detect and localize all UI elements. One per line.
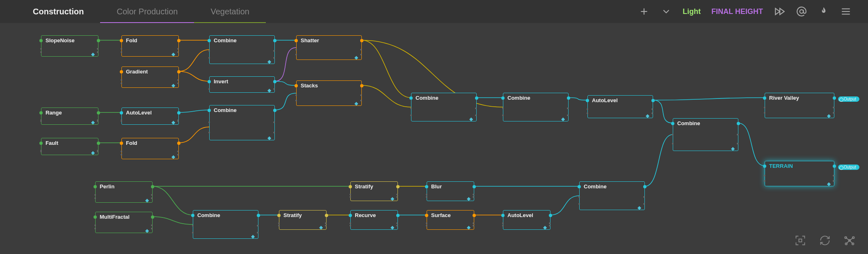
output-port[interactable] [273, 80, 276, 83]
node-terrain[interactable]: TERRAIN◆Output [765, 161, 834, 186]
output-port[interactable] [97, 142, 100, 145]
tab-construction[interactable]: Construction [16, 0, 100, 23]
bookmark-icon[interactable]: ◆ [319, 224, 323, 230]
output-port[interactable] [325, 214, 328, 217]
node-autolevel_b[interactable]: AutoLevel◆ [503, 210, 550, 230]
bookmark-icon[interactable]: ◆ [827, 113, 831, 119]
bookmark-icon[interactable]: ◆ [145, 197, 149, 203]
output-port[interactable] [360, 39, 363, 42]
node-autolevel_c[interactable]: AutoLevel◆ [587, 95, 653, 118]
output-port[interactable] [177, 142, 180, 145]
output-port[interactable] [257, 214, 260, 217]
bookmark-icon[interactable]: ◆ [91, 51, 95, 57]
input-port[interactable] [208, 39, 211, 42]
output-port[interactable] [177, 111, 180, 114]
bookmark-icon[interactable]: ◆ [171, 51, 175, 57]
node-stratify1[interactable]: Stratify◆ [279, 210, 327, 230]
at-sign-icon[interactable] [796, 6, 807, 17]
input-port[interactable] [586, 99, 589, 102]
bookmark-icon[interactable]: ◆ [561, 116, 565, 122]
input-port[interactable] [120, 111, 123, 114]
input-port[interactable] [501, 96, 505, 100]
input-port[interactable] [277, 214, 281, 217]
add-icon[interactable] [638, 6, 650, 17]
bookmark-icon[interactable]: ◆ [543, 224, 547, 230]
output-port[interactable] [151, 185, 154, 188]
bookmark-icon[interactable]: ◆ [646, 113, 649, 119]
node-fold1[interactable]: Fold◆ [121, 35, 179, 57]
output-port[interactable] [549, 214, 552, 217]
output-port[interactable] [567, 96, 570, 100]
bookmark-icon[interactable]: ◆ [267, 59, 271, 64]
bookmark-icon[interactable]: ◆ [171, 82, 175, 88]
input-port[interactable] [295, 39, 298, 42]
input-port[interactable] [409, 96, 413, 100]
node-graph-canvas[interactable]: SlopeNoise◆Fold◆Combine◆Shatter◆Gradient… [0, 23, 868, 254]
node-perlin[interactable]: Perlin◆ [95, 181, 153, 203]
output-port[interactable] [475, 96, 478, 100]
input-port[interactable] [39, 39, 43, 42]
bookmark-icon[interactable]: ◆ [391, 196, 394, 201]
bookmark-icon[interactable]: ◆ [354, 55, 358, 60]
node-combine_tl[interactable]: Combine◆ [209, 35, 275, 64]
input-port[interactable] [39, 111, 43, 114]
tab-color-production[interactable]: Color Production [100, 0, 194, 23]
node-stratify2[interactable]: Stratify◆ [350, 181, 398, 201]
node-recurve[interactable]: Recurve◆ [350, 210, 398, 230]
input-port[interactable] [120, 142, 123, 145]
bookmark-icon[interactable]: ◆ [91, 119, 95, 125]
input-port[interactable] [501, 214, 505, 217]
output-port[interactable] [97, 111, 100, 114]
light-button[interactable]: Light [683, 7, 701, 16]
bookmark-icon[interactable]: ◆ [467, 224, 471, 230]
bookmark-icon[interactable]: ◆ [354, 101, 358, 106]
bookmark-icon[interactable]: ◆ [637, 205, 641, 211]
node-combine_mid[interactable]: Combine◆ [209, 105, 275, 140]
graph-layout-icon[interactable] [843, 234, 856, 247]
bookmark-icon[interactable]: ◆ [171, 119, 175, 125]
node-multifractal[interactable]: MultiFractal◆ [95, 212, 153, 233]
input-port[interactable] [349, 214, 352, 217]
node-fold2[interactable]: Fold◆ [121, 138, 179, 159]
output-port[interactable] [833, 165, 836, 168]
node-combine_r[interactable]: Combine◆ [673, 118, 738, 151]
bookmark-icon[interactable]: ◆ [171, 154, 175, 160]
output-port[interactable] [473, 214, 476, 217]
output-port[interactable] [651, 99, 655, 102]
output-port[interactable] [360, 84, 363, 87]
bookmark-icon[interactable]: ◆ [731, 146, 735, 151]
node-combine_b[interactable]: Combine◆ [193, 210, 258, 239]
input-port[interactable] [671, 122, 674, 125]
bookmark-icon[interactable]: ◆ [827, 181, 831, 187]
menu-icon[interactable] [840, 6, 852, 17]
node-combine_c2[interactable]: Combine◆ [503, 93, 569, 121]
node-autolevel_l[interactable]: AutoLevel◆ [121, 108, 179, 125]
bookmark-icon[interactable]: ◆ [267, 87, 271, 93]
input-port[interactable] [94, 215, 97, 219]
output-port[interactable] [473, 185, 476, 188]
fit-view-icon[interactable] [794, 234, 806, 247]
node-fault[interactable]: Fault◆ [41, 138, 98, 155]
flame-icon[interactable] [818, 6, 829, 17]
tab-vegetation[interactable]: Vegetation [194, 0, 266, 23]
bookmark-icon[interactable]: ◆ [91, 150, 95, 156]
input-port[interactable] [349, 185, 352, 188]
final-height-button[interactable]: FINAL HEIGHT [711, 7, 763, 16]
node-slopenoise[interactable]: SlopeNoise◆ [41, 35, 98, 57]
output-port[interactable] [833, 96, 836, 100]
input-port[interactable] [425, 185, 428, 188]
node-combine_c1[interactable]: Combine◆ [411, 93, 477, 121]
node-stacks[interactable]: Stacks◆ [296, 80, 362, 106]
bookmark-icon[interactable]: ◆ [267, 135, 271, 141]
input-port[interactable] [425, 214, 428, 217]
output-port[interactable] [643, 185, 646, 188]
input-port[interactable] [191, 214, 194, 217]
output-port[interactable] [151, 215, 154, 219]
input-port[interactable] [39, 142, 43, 145]
output-port[interactable] [97, 39, 100, 42]
node-shatter[interactable]: Shatter◆ [296, 35, 362, 60]
output-port[interactable] [396, 214, 400, 217]
bookmark-icon[interactable]: ◆ [251, 233, 255, 239]
output-port[interactable] [273, 109, 276, 112]
input-port[interactable] [208, 109, 211, 112]
